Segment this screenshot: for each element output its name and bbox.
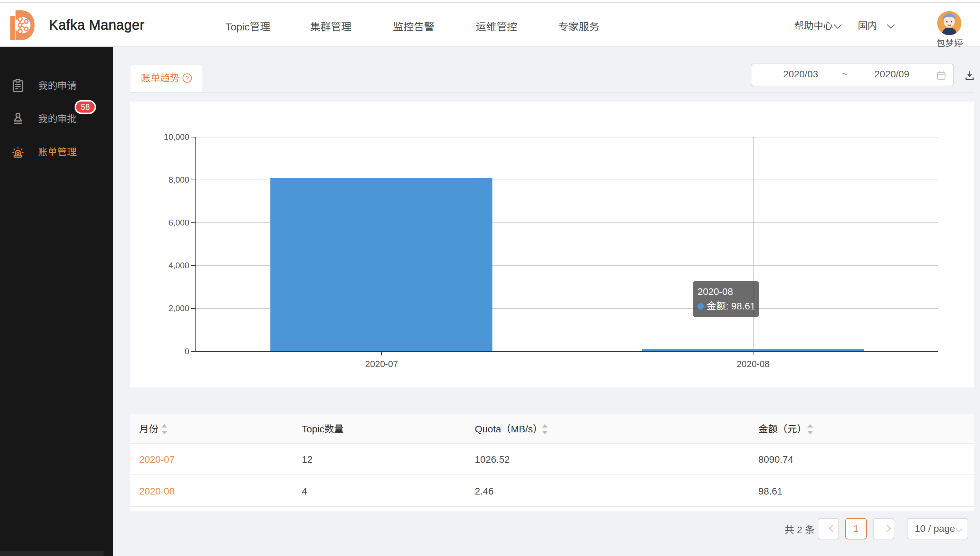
svg-text:2,000: 2,000 bbox=[168, 304, 189, 313]
svg-text:4,000: 4,000 bbox=[168, 261, 189, 270]
svg-text:2020-07: 2020-07 bbox=[365, 359, 398, 369]
svg-text:?: ? bbox=[186, 75, 189, 81]
svg-text:6,000: 6,000 bbox=[168, 218, 189, 227]
svg-text:8,000: 8,000 bbox=[168, 175, 189, 184]
svg-text:10,000: 10,000 bbox=[164, 132, 189, 142]
svg-text:2020-08: 2020-08 bbox=[736, 359, 769, 369]
svg-text:0: 0 bbox=[185, 347, 189, 356]
